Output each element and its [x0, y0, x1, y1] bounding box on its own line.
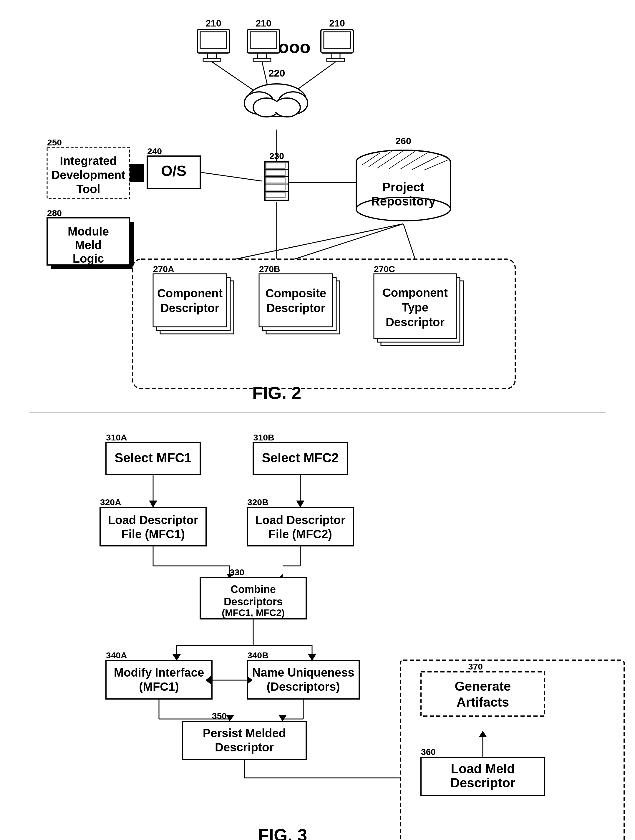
svg-text:Module: Module: [68, 225, 109, 238]
svg-text:FIG. 2: FIG. 2: [252, 383, 302, 403]
svg-text:Meld: Meld: [75, 238, 101, 251]
svg-line-47: [368, 152, 392, 167]
svg-text:Load Descriptor: Load Descriptor: [108, 513, 198, 526]
svg-text:340B: 340B: [247, 651, 269, 660]
section-divider: [30, 412, 605, 413]
svg-text:Logic: Logic: [73, 252, 104, 265]
svg-text:Descriptor: Descriptor: [215, 741, 274, 754]
svg-point-24: [274, 98, 300, 117]
svg-text:270B: 270B: [259, 264, 280, 274]
svg-rect-87: [378, 277, 460, 342]
svg-text:220: 220: [269, 68, 285, 79]
svg-rect-0: [197, 30, 230, 53]
svg-text:210: 210: [205, 18, 221, 28]
svg-line-18: [283, 62, 336, 100]
svg-text:270A: 270A: [153, 264, 174, 274]
svg-rect-88: [374, 274, 456, 339]
svg-marker-149: [278, 715, 287, 722]
svg-rect-37: [266, 192, 285, 197]
svg-text:Type: Type: [402, 301, 428, 314]
svg-text:Select MFC1: Select MFC1: [115, 450, 192, 465]
svg-text:Descriptor: Descriptor: [385, 316, 444, 328]
svg-rect-66: [51, 222, 134, 269]
svg-text:Integrated: Integrated: [60, 154, 117, 167]
svg-line-64: [200, 172, 262, 181]
svg-line-94: [403, 224, 415, 259]
svg-rect-12: [324, 32, 350, 48]
svg-text:370: 370: [468, 662, 483, 671]
svg-marker-130: [172, 654, 181, 661]
svg-text:Component: Component: [157, 287, 223, 300]
svg-rect-11: [321, 30, 353, 53]
svg-rect-34: [266, 170, 285, 175]
svg-text:Load Descriptor: Load Descriptor: [255, 513, 346, 526]
svg-rect-1: [200, 32, 227, 48]
svg-text:(MFC1): (MFC1): [139, 680, 179, 693]
svg-rect-72: [133, 259, 515, 388]
svg-text:Descriptors: Descriptors: [224, 595, 283, 608]
svg-marker-105: [296, 501, 305, 508]
svg-line-49: [389, 152, 415, 169]
fig3-section: 310A Select MFC1 310B Select MFC2: [30, 419, 605, 840]
svg-rect-8: [253, 58, 271, 61]
svg-text:340A: 340A: [106, 651, 127, 660]
fig2-section: 210 210 ooo 210: [30, 18, 605, 406]
svg-text:Component: Component: [382, 286, 448, 299]
svg-text:310B: 310B: [253, 433, 274, 442]
svg-text:260: 260: [395, 136, 411, 146]
svg-rect-81: [262, 277, 336, 330]
svg-text:330: 330: [230, 567, 244, 577]
svg-text:Tool: Tool: [76, 183, 100, 196]
svg-line-48: [377, 151, 403, 168]
svg-line-92: [235, 224, 403, 259]
svg-text:File (MFC2): File (MFC2): [269, 527, 332, 540]
fig3-svg: 310A Select MFC1 310B Select MFC2: [47, 431, 635, 840]
svg-text:Select MFC2: Select MFC2: [262, 450, 339, 465]
svg-point-20: [247, 84, 306, 116]
svg-text:(MFC1, MFC2): (MFC1, MFC2): [222, 607, 284, 618]
svg-line-16: [212, 62, 268, 100]
svg-line-51: [412, 156, 439, 170]
svg-text:Project: Project: [382, 180, 424, 194]
svg-rect-67: [47, 218, 130, 265]
svg-text:280: 280: [47, 208, 62, 218]
svg-text:210: 210: [329, 18, 345, 28]
svg-text:Generate: Generate: [455, 679, 511, 693]
svg-marker-103: [149, 501, 157, 508]
svg-rect-25: [256, 101, 297, 112]
svg-line-52: [424, 160, 447, 170]
svg-point-22: [278, 92, 308, 114]
svg-line-93: [294, 224, 403, 259]
svg-point-45: [356, 197, 450, 221]
svg-rect-160: [421, 672, 545, 716]
svg-text:Modify Interface: Modify Interface: [114, 666, 204, 679]
svg-text:250: 250: [47, 137, 62, 147]
svg-text:210: 210: [256, 18, 271, 28]
svg-rect-3: [203, 58, 221, 61]
svg-rect-6: [250, 32, 277, 48]
svg-point-21: [244, 92, 274, 114]
svg-text:230: 230: [269, 151, 284, 161]
svg-rect-28: [265, 162, 289, 200]
svg-rect-14: [327, 58, 344, 61]
svg-rect-86: [381, 281, 463, 346]
svg-rect-75: [156, 277, 230, 330]
diagram-container: 210 210 ooo 210: [0, 0, 635, 840]
svg-text:270C: 270C: [374, 264, 395, 274]
svg-text:310A: 310A: [106, 433, 127, 442]
svg-text:Composite: Composite: [265, 287, 327, 300]
svg-rect-82: [259, 274, 333, 327]
svg-rect-80: [266, 281, 340, 334]
svg-rect-2: [207, 53, 216, 58]
svg-line-46: [362, 153, 380, 165]
svg-text:360: 360: [421, 747, 436, 757]
svg-rect-5: [247, 30, 280, 53]
svg-text:320A: 320A: [100, 497, 121, 507]
svg-rect-60: [130, 164, 144, 182]
svg-rect-35: [266, 178, 285, 183]
svg-text:Development: Development: [51, 168, 125, 182]
svg-marker-146: [226, 715, 234, 722]
svg-text:Descriptor: Descriptor: [160, 302, 219, 314]
svg-text:320B: 320B: [247, 497, 269, 507]
svg-line-17: [262, 62, 271, 100]
